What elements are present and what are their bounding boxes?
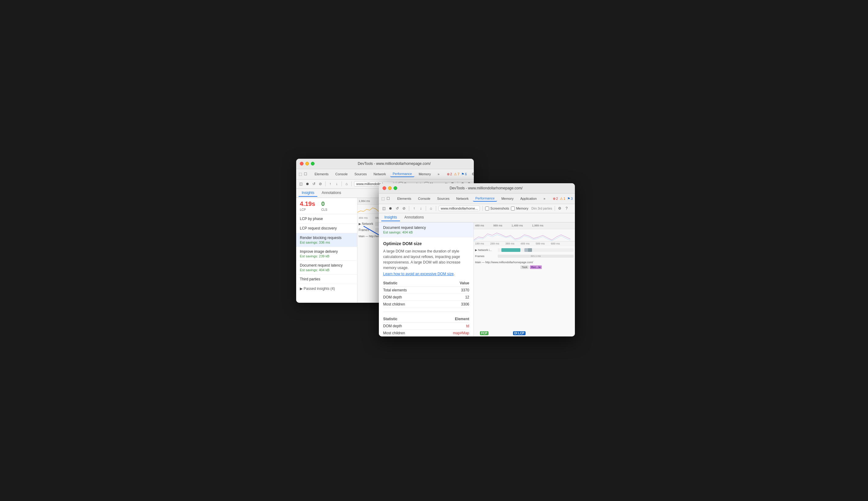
front-insights-tabs: Insights Annotations — [379, 213, 575, 223]
back-metrics: 4.19s LCP 0 CLS — [296, 198, 357, 214]
back-tab-console[interactable]: Console — [333, 171, 350, 177]
optimize-dom-panel: Optimize DOM size A large DOM can increa… — [379, 237, 474, 337]
back-passed-insights[interactable]: ▶ Passed insights (4) — [296, 284, 357, 293]
insight-lcp-discovery[interactable]: LCP request discovery — [296, 224, 357, 233]
front-main-toolbar: ⬚ ☐ Elements Console Sources Network Per… — [379, 194, 575, 204]
front-sub-ruler: 189 ms 289 ms 389 ms 489 ms 589 ms 689 m… — [474, 242, 575, 246]
back-sidebar: 4.19s LCP 0 CLS LCP by phase LCP request… — [296, 198, 357, 303]
freload-icon[interactable]: ↺ — [395, 206, 400, 211]
insight-image-delivery[interactable]: Improve image delivery Est savings: 239 … — [296, 247, 357, 261]
front-window: DevTools - www.milliondollarhomepage.com… — [379, 183, 575, 337]
stat2-label-depth: DOM depth — [383, 322, 433, 329]
help-icon-front[interactable]: ? — [564, 206, 569, 211]
back-tab-annotations[interactable]: Annotations — [318, 189, 344, 197]
stat-label-children: Most children — [383, 301, 444, 308]
back-tab-memory[interactable]: Memory — [416, 171, 433, 177]
home-icon[interactable]: ⌂ — [344, 181, 349, 186]
minimize-button-back[interactable] — [305, 162, 309, 166]
stat-val-total: 3370 — [444, 287, 469, 294]
back-tab-sources[interactable]: Sources — [352, 171, 369, 177]
insight-doc-latency-back[interactable]: Document request latency Est savings: 40… — [296, 261, 357, 275]
front-tab-more[interactable]: » — [541, 196, 547, 201]
scene: DevTools - www.milliondollarhomepage.com… — [296, 159, 572, 343]
frecord-icon[interactable]: ⏺ — [388, 206, 393, 211]
front-tab-network[interactable]: Network — [454, 196, 471, 201]
back-tab-network[interactable]: Network — [371, 171, 388, 177]
minimize-button-front[interactable] — [388, 186, 392, 190]
frl2: 989 ms — [493, 224, 502, 227]
front-doc-latency-row[interactable]: Document request latency Est savings: 40… — [379, 223, 474, 237]
insight-lcp-phase[interactable]: LCP by phase — [296, 214, 357, 224]
front-tab-elements[interactable]: Elements — [395, 196, 414, 201]
sep4 — [325, 181, 326, 186]
device-icon-front[interactable]: ☐ — [387, 196, 390, 201]
frl1: 489 ms — [475, 224, 484, 227]
front-url-bar[interactable]: www.milliondollarhome... — [438, 206, 480, 211]
task-badge: Task — [520, 265, 529, 269]
reload-icon[interactable]: ↺ — [312, 181, 316, 186]
insight-third-parties-back[interactable]: Third parties — [296, 275, 357, 284]
stat-row-dom-depth: DOM depth 12 — [383, 294, 469, 301]
inspect-icon[interactable]: ⬚ — [299, 172, 302, 177]
fsep5 — [426, 206, 426, 211]
front-perf-toolbar: ◫ ⏺ ↺ ⊘ ↑ ↓ ⌂ www.milliondollarhome... S… — [379, 204, 575, 213]
memory-check-front[interactable] — [511, 206, 515, 211]
fsidebar-icon[interactable]: ◫ — [381, 206, 386, 211]
settings-icon-back[interactable]: ⚙ — [472, 172, 474, 177]
front-tab-application[interactable]: Application — [518, 196, 539, 201]
front-task-row: Task Rec...le — [475, 266, 574, 271]
fupload-icon[interactable]: ↑ — [412, 206, 416, 211]
stat-label-depth: DOM depth — [383, 294, 444, 301]
back-tab-insights[interactable]: Insights — [299, 189, 317, 197]
screenshots-checkbox-front[interactable]: Screenshots — [485, 206, 509, 211]
front-tab-annotations[interactable]: Annotations — [401, 214, 427, 221]
fdownload-icon[interactable]: ↓ — [419, 206, 423, 211]
elem-col-header: Element — [433, 316, 469, 323]
front-minimap — [474, 229, 575, 242]
sidebar-icon[interactable]: ◫ — [299, 181, 303, 186]
learn-link[interactable]: Learn how to avoid an excessive DOM size — [383, 272, 454, 276]
stat-val-depth: 12 — [444, 294, 469, 301]
memory-checkbox-front[interactable]: Memory — [511, 206, 528, 211]
front-insight-panel: Document request latency Est savings: 40… — [379, 223, 474, 337]
error-yellow: ⚠ 7 — [454, 172, 459, 176]
close-button-back[interactable] — [300, 162, 304, 166]
rec-badge: Rec...le — [530, 265, 542, 269]
close-button-front[interactable] — [382, 186, 386, 190]
maximize-button-back[interactable] — [311, 162, 315, 166]
clear-icon[interactable]: ⊘ — [318, 181, 323, 186]
upload-icon[interactable]: ↑ — [328, 181, 333, 186]
back-tab-elements[interactable]: Elements — [312, 171, 331, 177]
download-icon[interactable]: ↓ — [335, 181, 339, 186]
front-tab-performance[interactable]: Performance — [473, 195, 497, 202]
back-tab-more[interactable]: » — [435, 171, 442, 177]
traffic-lights-back — [300, 162, 315, 166]
insight-render-blocking[interactable]: Render blocking requests Est savings: 33… — [296, 233, 357, 247]
stat-row-most-children: Most children 3306 — [383, 301, 469, 308]
stat2-row-children: Most children map#Map — [383, 329, 469, 337]
cls-label: CLS — [321, 208, 327, 211]
stat-row-total-elements: Total elements 3370 — [383, 287, 469, 294]
front-tab-insights[interactable]: Insights — [381, 214, 400, 221]
lcp-label: LCP — [300, 208, 315, 211]
record-icon[interactable]: ⏺ — [305, 181, 310, 186]
front-tab-sources[interactable]: Sources — [435, 196, 452, 201]
inspect-icon-front[interactable]: ⬚ — [381, 196, 385, 201]
front-tab-memory[interactable]: Memory — [499, 196, 516, 201]
stats-table-1: Statistic Value Total elements 3370 DOM … — [383, 280, 469, 308]
dim-3rd-label: Dim 3rd parties — [531, 207, 552, 210]
screenshots-check-front[interactable] — [485, 206, 489, 211]
doc-latency-savings: Est savings: 404 kB — [383, 231, 469, 234]
fhome-icon[interactable]: ⌂ — [428, 206, 433, 211]
maximize-button-front[interactable] — [393, 186, 397, 190]
back-tab-performance[interactable]: Performance — [390, 171, 414, 177]
settings-icon-front2[interactable]: ⚙ — [557, 206, 562, 211]
front-tab-console[interactable]: Console — [416, 196, 433, 201]
device-icon[interactable]: ☐ — [304, 172, 307, 177]
front-frames-content: 321.1 ms — [498, 255, 574, 258]
memory-label-front: Memory — [516, 206, 528, 210]
fclear-icon[interactable]: ⊘ — [402, 206, 406, 211]
lcp-metric: 4.19s LCP — [300, 200, 315, 211]
stats-table-2: Statistic Element DOM depth td Most chil… — [383, 316, 469, 337]
error-blue: ⚑ 6 — [461, 172, 467, 176]
